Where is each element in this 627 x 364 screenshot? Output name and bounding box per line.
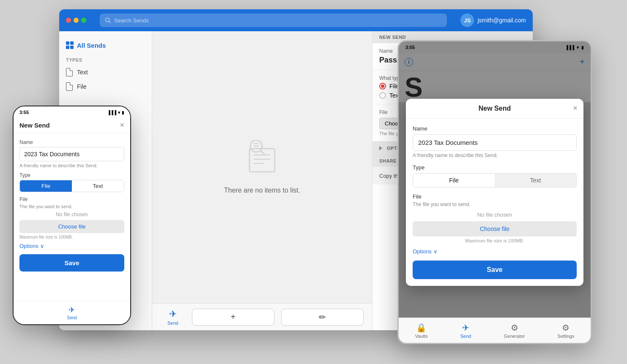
empty-state-icon — [241, 140, 283, 180]
t-type-toggle: File Text — [413, 173, 577, 187]
sidebar-all-sends[interactable]: All Sends — [59, 38, 152, 52]
phone-file-label: File — [19, 196, 124, 202]
phone-title-bar: New Send × — [14, 118, 130, 133]
content-area: There are no items to list. — [152, 31, 372, 303]
phone-bottom-nav: ✈ Send — [14, 301, 130, 324]
phone-options-label: Options — [19, 243, 38, 249]
plus-icon: + — [230, 312, 235, 322]
phone-type-label: Type — [19, 172, 124, 178]
settings-icon: ⚙ — [562, 323, 570, 333]
maximize-window-btn[interactable] — [81, 18, 86, 23]
phone-type-toggle: File Text — [19, 180, 124, 192]
t-choose-file-btn[interactable]: Choose file — [413, 221, 577, 236]
t-name-label: Name — [413, 125, 577, 132]
sidebar-file-label: File — [77, 83, 87, 90]
phone-options-toggle[interactable]: Options ∨ — [19, 243, 124, 249]
avatar: JS — [460, 14, 474, 27]
phone-status-bar: 3:55 ▐▐▐ ▾ ▮ — [14, 106, 130, 118]
t-no-file: No file chosen — [413, 212, 577, 218]
phone-send-icon: ✈ — [68, 305, 75, 315]
t-file-hint: The file you want to send. — [413, 201, 577, 207]
triangle-icon — [379, 146, 384, 150]
phone-time: 3:55 — [19, 110, 29, 115]
tablet-modal-header: New Send × — [406, 99, 583, 119]
t-name-input[interactable] — [413, 134, 577, 151]
send-nav-item[interactable]: ✈ Send — [161, 305, 185, 329]
nav-settings-label: Settings — [558, 334, 575, 339]
close-window-btn[interactable] — [66, 18, 71, 23]
phone-nav-send[interactable]: ✈ Send — [67, 305, 77, 320]
phone-file-section: File The file you want to send. No file … — [19, 196, 124, 239]
text-doc-icon — [66, 68, 73, 76]
phone-max-size: Maximum file size is 100MB. — [19, 235, 124, 239]
t-name-hint: A friendly name to describe this Send. — [413, 152, 577, 158]
search-placeholder: Search Sends — [114, 17, 149, 24]
tablet-nav-vaults[interactable]: 🔒 Vaults — [415, 323, 428, 339]
sidebar-text-label: Text — [77, 69, 88, 76]
tablet-close-btn[interactable]: × — [573, 104, 578, 113]
send-nav-label: Send — [167, 321, 178, 326]
phone-nav-send-label: Send — [67, 315, 77, 320]
phone-name-input[interactable] — [19, 147, 124, 161]
t-type-file-btn[interactable]: File — [413, 174, 495, 187]
file-doc-icon — [66, 82, 73, 91]
sidebar-item-text[interactable]: Text — [59, 65, 152, 79]
edit-button[interactable]: ✏ — [281, 309, 364, 326]
user-area: JS jsmith@gmail.com — [460, 14, 526, 27]
grid-icon — [66, 41, 74, 49]
t-save-btn[interactable]: Save — [413, 261, 577, 279]
t-type-text-btn[interactable]: Text — [495, 174, 576, 187]
phone-file-hint: The file you want to send. — [19, 204, 124, 209]
vault-icon: 🔒 — [416, 323, 427, 333]
phone-type-file-btn[interactable]: File — [20, 180, 72, 192]
tablet-modal-title: New Send — [479, 105, 511, 112]
main-content: There are no items to list. ✈ Send + ✏ — [152, 31, 372, 330]
user-email: jsmith@gmail.com — [477, 17, 526, 24]
types-label: TYPES — [59, 52, 152, 65]
file-radio-dot — [379, 83, 386, 90]
t-options-label: Options — [413, 248, 432, 255]
bottom-bar: ✈ Send + ✏ — [152, 303, 372, 330]
t-options-toggle[interactable]: Options ∨ — [413, 248, 577, 255]
phone-save-btn[interactable]: Save — [19, 254, 124, 272]
phone-close-btn[interactable]: × — [120, 121, 124, 130]
phone-name-label: Name — [19, 139, 124, 145]
phone-type-text-btn[interactable]: Text — [72, 180, 124, 192]
phone-name-hint: A friendly name to describe this Send. — [19, 163, 124, 168]
all-sends-label: All Sends — [77, 42, 106, 49]
phone-choose-file-btn[interactable]: Choose file — [19, 220, 124, 233]
svg-line-10 — [260, 150, 265, 155]
search-icon — [105, 17, 111, 23]
paper-plane-icon: ✈ — [169, 309, 177, 320]
window-controls — [66, 18, 86, 23]
phone-modal-title: New Send — [19, 122, 50, 129]
svg-line-1 — [109, 22, 111, 23]
add-button[interactable]: + — [192, 309, 274, 326]
nav-send-label: Send — [460, 334, 471, 339]
tablet-nav-generator[interactable]: ⚙ Generator — [504, 323, 525, 339]
t-max-size: Maximum file size is 100MB. — [413, 238, 577, 243]
nav-generator-label: Generator — [504, 334, 525, 339]
tablet-nav-send[interactable]: ✈ Send — [460, 323, 471, 339]
edit-icon: ✏ — [319, 312, 326, 322]
tablet-nav-settings[interactable]: ⚙ Settings — [558, 323, 575, 339]
sidebar-item-file[interactable]: File — [59, 79, 152, 94]
tablet-modal: New Send × Name A friendly name to descr… — [406, 99, 583, 286]
phone-status-icons: ▐▐▐ ▾ ▮ — [107, 110, 124, 115]
phone-form: Name A friendly name to describe this Se… — [14, 133, 130, 309]
title-bar: Search Sends JS jsmith@gmail.com — [59, 9, 533, 31]
nav-vaults-label: Vaults — [415, 334, 428, 339]
minimize-window-btn[interactable] — [74, 18, 79, 23]
battery-icon: ▮ — [122, 110, 124, 115]
tablet-form: Name A friendly name to describe this Se… — [406, 119, 583, 286]
phone-no-file: No file chosen — [19, 212, 124, 217]
phone-mockup: 3:55 ▐▐▐ ▾ ▮ New Send × Name A friendly … — [13, 106, 131, 325]
generator-icon: ⚙ — [511, 323, 518, 333]
signal-icon: ▐▐▐ — [107, 110, 116, 115]
search-bar[interactable]: Search Sends — [100, 14, 447, 27]
tablet-modal-overlay: New Send × Name A friendly name to descr… — [399, 41, 591, 343]
tablet-mockup: 3:55 ▐▐▐ ▾ ▮ i + S New Send × Name A fri… — [397, 40, 592, 344]
t-type-label: Type — [413, 164, 577, 171]
wifi-icon: ▾ — [118, 110, 120, 115]
chevron-down-icon: ∨ — [40, 243, 44, 249]
